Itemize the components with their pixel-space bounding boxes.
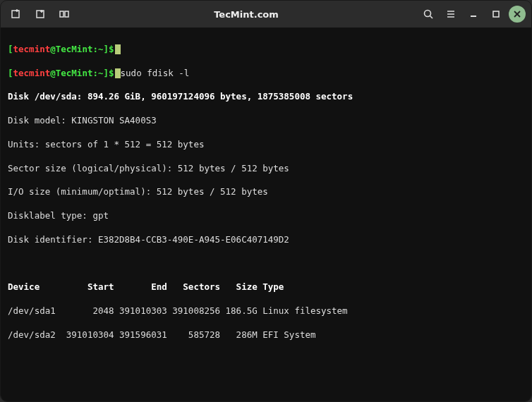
blank-line <box>8 258 524 270</box>
disk-a-model: Disk model: KINGSTON SA400S3 <box>8 115 524 127</box>
disk-a-part-row: /dev/sda1 2048 391010303 391008256 186.5… <box>8 305 524 317</box>
svg-rect-7 <box>65 11 68 17</box>
prompt-user: tecmint <box>13 44 51 54</box>
prompt-host: TecMint <box>56 44 93 54</box>
close-icon[interactable] <box>509 6 526 23</box>
disk-a-sector: Sector size (logical/physical): 512 byte… <box>8 163 524 175</box>
titlebar-right <box>418 4 526 24</box>
window-title: TecMint.com <box>74 9 418 20</box>
prompt-sep: : <box>92 44 98 54</box>
new-tab-icon[interactable] <box>6 4 26 24</box>
disk-a-part-header: Device Start End Sectors Size Type <box>8 281 524 293</box>
prompt-path: ~ <box>98 44 104 54</box>
prompt-at: @ <box>50 44 56 54</box>
prompt-dollar: $ <box>109 44 114 54</box>
svg-rect-14 <box>493 11 499 17</box>
svg-point-8 <box>425 11 431 17</box>
disk-a-units: Units: sectors of 1 * 512 = 512 bytes <box>8 139 524 151</box>
disk-b-headline: Disk /dev/sdb: 1.84 TiB, 2000398934016 b… <box>8 401 524 401</box>
svg-rect-0 <box>12 11 19 18</box>
prompt-line-cmd: [tecmint@TecMint:~]$sudo fdisk -l <box>8 68 524 80</box>
svg-line-9 <box>430 16 433 19</box>
titlebar: TecMint.com <box>1 1 531 28</box>
disk-a-headline: Disk /dev/sda: 894.26 GiB, 960197124096 … <box>8 91 524 103</box>
prompt-bracket-open: [ <box>8 44 13 54</box>
cursor-icon <box>115 44 121 54</box>
disk-a-id: Disk identifier: E382D8B4-CCB3-490E-A945… <box>8 234 524 246</box>
command-text: sudo fdisk -l <box>121 68 190 78</box>
svg-rect-6 <box>60 11 64 17</box>
disk-a-label: Disklabel type: gpt <box>8 210 524 222</box>
cursor-icon <box>115 68 121 78</box>
blank-line <box>8 353 524 365</box>
disk-a-io: I/O size (minimum/optimal): 512 bytes / … <box>8 186 524 198</box>
prompt-line-empty: [tecmint@TecMint:~]$ <box>8 44 524 56</box>
hamburger-menu-icon[interactable] <box>441 4 461 24</box>
prompt-bracket-close: ] <box>104 44 109 54</box>
terminal-output[interactable]: [tecmint@TecMint:~]$ [tecmint@TecMint:~]… <box>1 28 531 401</box>
minimize-icon[interactable] <box>464 4 483 24</box>
overview-icon[interactable] <box>54 4 74 24</box>
blank-line <box>8 377 524 389</box>
titlebar-left <box>6 4 74 24</box>
search-icon[interactable] <box>418 4 438 24</box>
maximize-icon[interactable] <box>486 4 506 24</box>
disk-a-part-row: /dev/sda2 391010304 391596031 585728 286… <box>8 329 524 341</box>
new-window-icon[interactable] <box>30 4 50 24</box>
